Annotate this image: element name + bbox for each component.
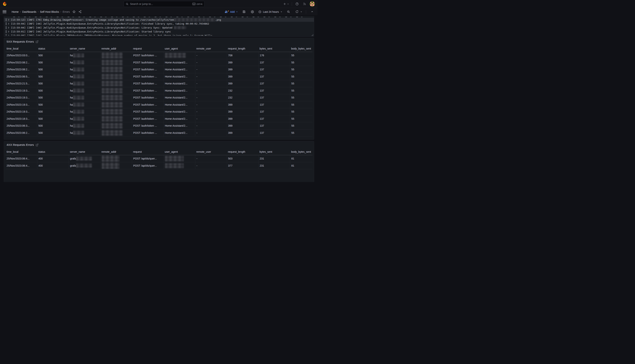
cell-bytes_sent: 137 xyxy=(258,101,290,108)
toolbar-divider xyxy=(306,10,306,14)
cell-request: POST /auth/token ... xyxy=(132,101,164,108)
column-header-time_local[interactable]: time_local xyxy=(6,47,37,51)
redacted-value xyxy=(102,95,123,100)
cell-request_length: 399 xyxy=(227,66,258,73)
redacted-value xyxy=(102,109,123,114)
star-dashboard-button[interactable] xyxy=(72,10,76,14)
redacted-value xyxy=(73,68,84,72)
external-link-icon[interactable] xyxy=(36,144,38,146)
search-input[interactable] xyxy=(130,2,191,6)
cell-status: 500 xyxy=(37,101,69,108)
cell-server_name: ha xyxy=(69,87,100,94)
chevron-down-icon xyxy=(236,11,238,13)
column-header-remote_addr[interactable]: remote_addr xyxy=(100,150,132,154)
log-row[interactable]: [13:59:01] [INF] [44] Jellyfin.Plugin.Ko… xyxy=(4,30,314,34)
cell-remote_user: - xyxy=(195,130,227,136)
column-header-request_length[interactable]: request_length xyxy=(227,150,258,154)
cell-user_agent: Home Assistant/2... xyxy=(164,108,195,115)
plus-icon xyxy=(283,2,286,6)
cell-server_name: ha xyxy=(69,52,100,59)
column-header-user_agent[interactable]: user_agent xyxy=(164,150,195,154)
time-range-picker[interactable]: Last 24 hours xyxy=(258,10,282,13)
breadcrumb-item[interactable]: Dashboards xyxy=(22,10,36,13)
column-header-remote_user[interactable]: remote_user xyxy=(195,47,227,51)
expand-chevron-icon[interactable] xyxy=(8,23,10,25)
column-header-remote_user[interactable]: remote_user xyxy=(195,150,227,154)
panel-resize-handle[interactable] xyxy=(312,34,313,36)
expand-chevron-icon[interactable] xyxy=(8,34,10,36)
column-header-status[interactable]: status xyxy=(37,150,69,154)
column-header-user_agent[interactable]: user_agent xyxy=(164,47,195,51)
column-header-request[interactable]: request xyxy=(132,47,164,51)
external-link-icon[interactable] xyxy=(36,40,38,43)
column-header-body_bytes_sent[interactable]: body_bytes_sent xyxy=(290,47,312,51)
dashboard-settings-button[interactable] xyxy=(250,10,255,14)
column-header-request[interactable]: request xyxy=(132,150,164,154)
breadcrumb-item[interactable]: Home xyxy=(12,10,18,13)
column-header-server_name[interactable]: server_name xyxy=(69,47,100,51)
log-row[interactable]: [13:59:04] [INF] [44] Jellyfin.Plugin.Ko… xyxy=(4,22,314,26)
cell-time_local: 25/Nov/2023:06:5... xyxy=(6,73,37,80)
column-header-body_bytes_sent[interactable]: body_bytes_sent xyxy=(290,150,312,154)
panel-title[interactable]: 4XX Requests Errors xyxy=(6,143,34,146)
redacted-value xyxy=(102,162,120,169)
refresh-button[interactable] xyxy=(294,10,299,14)
cell-remote_addr xyxy=(100,122,132,129)
new-menu-button[interactable] xyxy=(283,2,289,6)
user-avatar[interactable] xyxy=(310,1,315,6)
redacted-value xyxy=(73,82,84,86)
share-dashboard-button[interactable] xyxy=(78,10,82,14)
cell-bytes_sent: 137 xyxy=(258,73,290,80)
cell-body_bytes_sent: 55 xyxy=(290,66,312,73)
cell-server_name: ha xyxy=(69,80,100,87)
cell-request: POST /auth/token ... xyxy=(132,59,164,66)
column-header-remote_addr[interactable]: remote_addr xyxy=(100,47,132,51)
log-row[interactable]: [13:59:00] [INF] [44] Jellyfin.Plugin.TM… xyxy=(4,34,314,36)
breadcrumb-item[interactable]: Self Host Blocks xyxy=(40,10,59,13)
add-panel-button[interactable]: + Add xyxy=(225,10,238,13)
log-row[interactable]: [13:59:12] [INF] [70] Emby.Drawing.Image… xyxy=(4,18,314,22)
cell-request_length: 399 xyxy=(227,59,258,66)
column-header-bytes_sent[interactable]: bytes_sent xyxy=(258,47,290,51)
dashboard-canvas: [13:59:12] [INF] [70] Emby.Drawing.Image… xyxy=(0,16,318,182)
expand-chevron-icon[interactable] xyxy=(8,27,10,29)
redacted-value xyxy=(76,164,92,168)
chevron-down-icon[interactable] xyxy=(300,11,302,13)
cell-request_length: 399 xyxy=(227,130,258,136)
dashboard-toolbar: Home›Dashboards›Self Host Blocks›Errors … xyxy=(0,8,318,16)
search-shortcut: ctrl+k xyxy=(192,3,202,6)
cell-remote_user: - xyxy=(195,108,227,115)
column-header-request_length[interactable]: request_length xyxy=(227,47,258,51)
help-button[interactable] xyxy=(294,2,300,6)
cell-text: ha xyxy=(70,54,73,57)
cell-remote_addr xyxy=(100,59,132,66)
column-header-server_name[interactable]: server_name xyxy=(69,150,100,154)
column-header-time_local[interactable]: time_local xyxy=(6,150,37,154)
cell-bytes_sent: 137 xyxy=(258,108,290,115)
redacted-value xyxy=(165,53,186,58)
cell-text: ha xyxy=(70,89,73,92)
cell-bytes_sent: 137 xyxy=(258,66,290,73)
menu-toggle-button[interactable] xyxy=(3,10,8,14)
column-header-status[interactable]: status xyxy=(37,47,69,51)
redacted-value xyxy=(73,88,84,92)
expand-chevron-icon[interactable] xyxy=(8,30,10,33)
cell-request: POST /auth/token ... xyxy=(132,80,164,87)
breadcrumb-separator-icon: › xyxy=(38,10,39,13)
panel-title[interactable]: 5XX Requests Errors xyxy=(6,40,34,43)
zoom-out-time-button[interactable] xyxy=(286,10,291,14)
log-level-bar xyxy=(6,26,6,29)
collapse-toolbar-button[interactable] xyxy=(310,10,314,14)
cell-request: POST /auth/token ... xyxy=(132,52,164,59)
column-header-bytes_sent[interactable]: bytes_sent xyxy=(258,150,290,154)
expand-chevron-icon[interactable] xyxy=(8,19,10,21)
cell-time_local: 24/Nov/2023:19:3... xyxy=(6,108,37,115)
cell-request: POST /auth/token ... xyxy=(132,94,164,101)
log-row[interactable]: [13:59:04] [INF] [44] Jellyfin.Plugin.Ko… xyxy=(4,26,314,30)
save-dashboard-button[interactable] xyxy=(242,10,246,14)
cell-time_local: 24/Nov/2023:21:5... xyxy=(6,80,37,87)
news-rss-button[interactable] xyxy=(302,2,307,6)
cell-remote_addr xyxy=(100,73,132,80)
grafana-logo-icon[interactable] xyxy=(3,2,7,6)
cell-remote_addr xyxy=(100,130,132,136)
